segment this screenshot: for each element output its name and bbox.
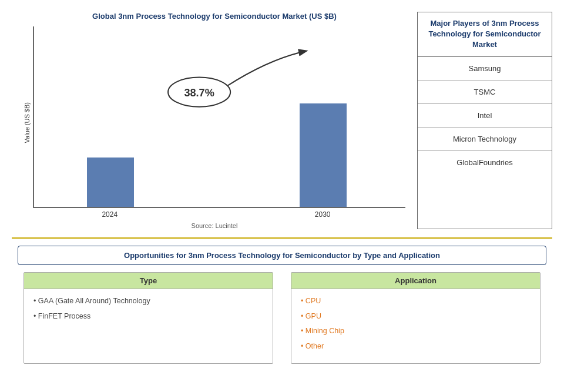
bar-group-2024 (40, 158, 182, 207)
bottom-columns: Type • GAA (Gate All Around) Technology … (18, 272, 546, 364)
x-axis-labels: 2024 2030 (33, 208, 405, 219)
app-item-2: • GPU (301, 311, 531, 322)
chart-title: Global 3nm Process Technology for Semico… (92, 12, 337, 21)
application-column: Application • CPU • GPU • Mining Chip • … (291, 272, 540, 364)
type-item-2: • FinFET Process (33, 311, 263, 322)
svg-text:38.7%: 38.7% (184, 87, 214, 99)
divider (12, 237, 552, 239)
bar-group-2030 (252, 103, 394, 207)
type-header: Type (24, 273, 273, 289)
main-container: Global 3nm Process Technology for Semico… (0, 0, 564, 392)
application-content: • CPU • GPU • Mining Chip • Other (291, 289, 540, 363)
sidebar-item-samsung: Samsung (418, 57, 552, 81)
chart-inner: 38.7% (33, 26, 405, 219)
sidebar-item-intel: Intel (418, 104, 552, 128)
app-item-1: • CPU (301, 296, 531, 307)
sidebar-item-globalfoundries: GlobalFoundries (418, 151, 552, 174)
bar-2030 (300, 103, 347, 207)
x-label-2024: 2024 (39, 210, 181, 219)
chart-wrapper: Value (US $B) 38.7% (24, 26, 405, 219)
app-item-4: • Other (301, 341, 531, 352)
bottom-title: Opportunities for 3nm Process Technology… (28, 251, 536, 260)
type-content: • GAA (Gate All Around) Technology • Fin… (24, 289, 273, 333)
bottom-title-box: Opportunities for 3nm Process Technology… (18, 246, 546, 265)
bars-area: 38.7% (33, 26, 405, 208)
sidebar-item-micron: Micron Technology (418, 128, 552, 151)
application-header: Application (291, 273, 540, 289)
sidebar-item-tsmc: TSMC (418, 81, 552, 104)
top-section: Global 3nm Process Technology for Semico… (12, 6, 552, 235)
type-column: Type • GAA (Gate All Around) Technology … (24, 272, 273, 364)
type-item-1: • GAA (Gate All Around) Technology (33, 296, 263, 307)
svg-point-0 (168, 78, 230, 107)
y-axis-label: Value (US $B) (24, 102, 31, 143)
app-item-3: • Mining Chip (301, 326, 531, 337)
x-label-2030: 2030 (251, 210, 394, 219)
chart-area: Global 3nm Process Technology for Semico… (12, 6, 411, 235)
source-text: Source: Lucintel (192, 222, 238, 229)
bottom-section: Opportunities for 3nm Process Technology… (12, 241, 552, 386)
bar-2024 (87, 158, 134, 207)
sidebar-title: Major Players of 3nm Process Technology … (418, 12, 552, 57)
sidebar: Major Players of 3nm Process Technology … (417, 12, 552, 229)
